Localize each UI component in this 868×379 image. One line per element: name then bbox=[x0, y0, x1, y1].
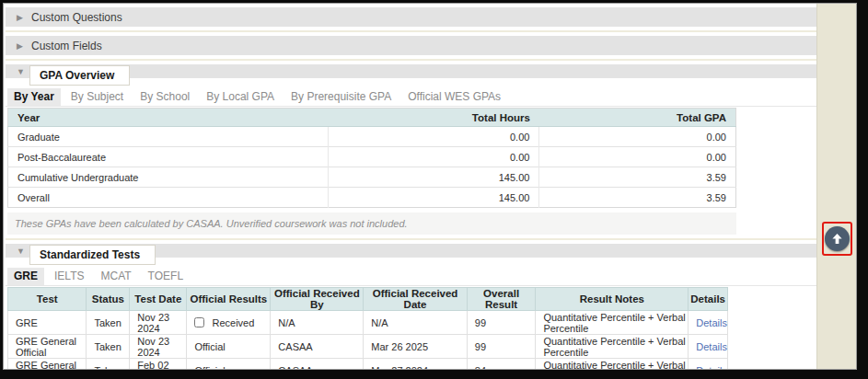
test-name: GRE General Official bbox=[8, 359, 87, 370]
tab-mcat[interactable]: MCAT bbox=[94, 268, 137, 285]
gpa-row-label: Overall bbox=[8, 188, 329, 208]
col-details: Details bbox=[689, 288, 728, 311]
gpa-tabs: By Year By Subject By School By Local GP… bbox=[6, 86, 816, 107]
gpa-total-hours: 145.00 bbox=[329, 188, 539, 208]
collapsed-triangle-icon: ▶ bbox=[17, 41, 31, 51]
gpa-table-header-row: Year Total Hours Total GPA bbox=[8, 109, 736, 127]
table-row: GRE Taken Nov 23 2024 Received N/A N/A 9… bbox=[8, 311, 728, 335]
screenshot-frame: ▶ Custom Questions ▶ Custom Fields ▼ GPA… bbox=[0, 0, 868, 379]
col-official-results: Official Results bbox=[187, 288, 271, 311]
custom-fields-label: Custom Fields bbox=[31, 40, 102, 52]
received-checkbox[interactable] bbox=[194, 317, 204, 327]
arrow-up-icon bbox=[831, 233, 843, 245]
details-cell: Details bbox=[689, 335, 728, 359]
custom-questions-label: Custom Questions bbox=[31, 11, 122, 24]
gpa-col-total-hours: Total Hours bbox=[329, 109, 539, 127]
test-name: GRE bbox=[8, 311, 87, 335]
gpa-total-gpa: 3.59 bbox=[539, 167, 736, 188]
test-name: GRE General Official bbox=[8, 335, 87, 359]
details-cell: Details bbox=[689, 311, 728, 335]
divider bbox=[6, 30, 816, 32]
details-link[interactable]: Details bbox=[696, 341, 727, 352]
right-gutter bbox=[816, 4, 856, 369]
col-status: Status bbox=[87, 288, 130, 311]
tab-by-local-gpa[interactable]: By Local GPA bbox=[200, 88, 281, 106]
official-received-date: Mar 26 2025 bbox=[364, 335, 468, 359]
col-official-received-date: Official Received Date bbox=[364, 288, 468, 311]
col-official-received-by: Official Received By bbox=[271, 288, 364, 311]
overall-result: 99 bbox=[467, 335, 536, 359]
official-received-date: N/A bbox=[364, 311, 468, 335]
gpa-col-year: Year bbox=[8, 109, 329, 127]
official-received-by: CASAA bbox=[271, 335, 364, 359]
test-status: Taken bbox=[87, 335, 130, 359]
test-status: Taken bbox=[87, 311, 130, 335]
standardized-tests-title: Standardized Tests bbox=[29, 245, 156, 265]
gpa-total-gpa: 0.00 bbox=[539, 127, 736, 147]
test-status: Taken bbox=[87, 359, 130, 370]
table-row: GRE General Official Taken Nov 23 2024 O… bbox=[8, 335, 728, 359]
test-date: Nov 23 2024 bbox=[130, 311, 187, 335]
gpa-total-hours: 0.00 bbox=[329, 127, 539, 147]
scroll-to-top-button[interactable] bbox=[825, 226, 850, 251]
official-results-cell: Received bbox=[187, 311, 271, 335]
gpa-row-label: Cumulative Undergraduate bbox=[8, 167, 329, 188]
gpa-col-total-gpa: Total GPA bbox=[539, 109, 736, 127]
official-received-date: Mar 27 2024 bbox=[364, 359, 468, 370]
tab-by-prerequisite-gpa[interactable]: By Prerequisite GPA bbox=[284, 88, 398, 106]
test-date: Feb 02 2024 bbox=[130, 359, 187, 370]
test-tabs: GRE IELTS MCAT TOEFL bbox=[6, 266, 816, 286]
col-test-date: Test Date bbox=[130, 288, 187, 311]
gpa-total-gpa: 3.59 bbox=[539, 188, 736, 208]
tab-gre[interactable]: GRE bbox=[7, 268, 44, 285]
table-row: Overall 145.00 3.59 bbox=[8, 188, 736, 208]
official-results-cell: Official bbox=[187, 335, 271, 359]
overall-result: 84 bbox=[467, 359, 536, 370]
table-row: Graduate 0.00 0.00 bbox=[8, 127, 736, 147]
tab-toefl[interactable]: TOEFL bbox=[142, 268, 190, 285]
gpa-row-label: Post-Baccalaureate bbox=[8, 147, 329, 167]
gpa-footnote: These GPAs have been calculated by CASAA… bbox=[7, 212, 736, 235]
page: ▶ Custom Questions ▶ Custom Fields ▼ GPA… bbox=[3, 3, 857, 370]
red-annotation-box bbox=[822, 222, 852, 256]
tab-by-subject[interactable]: By Subject bbox=[64, 88, 130, 106]
received-checkbox-label: Received bbox=[212, 317, 254, 328]
divider bbox=[6, 238, 816, 240]
section-custom-fields[interactable]: ▶ Custom Fields bbox=[6, 36, 816, 55]
tab-by-year[interactable]: By Year bbox=[7, 88, 61, 106]
details-link[interactable]: Details bbox=[696, 317, 727, 328]
main-content: ▶ Custom Questions ▶ Custom Fields ▼ GPA… bbox=[4, 4, 816, 369]
col-result-notes: Result Notes bbox=[536, 288, 689, 311]
result-notes: Quantitative Percentile + Verbal Percent… bbox=[536, 311, 689, 335]
tests-table-header-row: Test Status Test Date Official Results O… bbox=[8, 288, 728, 311]
section-custom-questions[interactable]: ▶ Custom Questions bbox=[6, 7, 816, 27]
collapsed-triangle-icon: ▶ bbox=[17, 13, 31, 22]
overall-result: 99 bbox=[467, 311, 536, 335]
result-notes: Quantitative Percentile + Verbal Percent… bbox=[536, 335, 689, 359]
gpa-total-gpa: 0.00 bbox=[539, 147, 736, 167]
test-date: Nov 23 2024 bbox=[130, 335, 187, 359]
divider bbox=[6, 59, 816, 61]
tab-by-school[interactable]: By School bbox=[133, 88, 196, 106]
gpa-overview-header[interactable]: ▼ GPA Overview bbox=[6, 64, 816, 86]
table-row: GRE General Official Taken Feb 02 2024 O… bbox=[8, 359, 728, 370]
tests-table: Test Status Test Date Official Results O… bbox=[7, 287, 728, 369]
standardized-tests-header[interactable]: ▼ Standardized Tests bbox=[6, 244, 816, 266]
official-received-by: CASAA bbox=[271, 359, 364, 370]
official-results-cell: Official bbox=[187, 359, 271, 370]
gpa-total-hours: 0.00 bbox=[329, 147, 539, 167]
table-row: Post-Baccalaureate 0.00 0.00 bbox=[8, 147, 736, 167]
details-link[interactable]: Details bbox=[696, 365, 727, 370]
col-test: Test bbox=[8, 288, 87, 311]
tab-ielts[interactable]: IELTS bbox=[48, 268, 90, 285]
result-notes: Quantitative Percentile + Verbal Percent… bbox=[536, 359, 689, 370]
details-cell: Details bbox=[689, 359, 728, 370]
gpa-table: Year Total Hours Total GPA Graduate 0.00… bbox=[7, 108, 736, 208]
gpa-total-hours: 145.00 bbox=[329, 167, 539, 188]
official-received-by: N/A bbox=[271, 311, 364, 335]
gpa-row-label: Graduate bbox=[8, 127, 329, 147]
col-overall-result: Overall Result bbox=[467, 288, 536, 311]
table-row: Cumulative Undergraduate 145.00 3.59 bbox=[8, 167, 736, 188]
gpa-overview-title: GPA Overview bbox=[29, 65, 130, 86]
tab-official-wes-gpas[interactable]: Official WES GPAs bbox=[401, 88, 507, 106]
